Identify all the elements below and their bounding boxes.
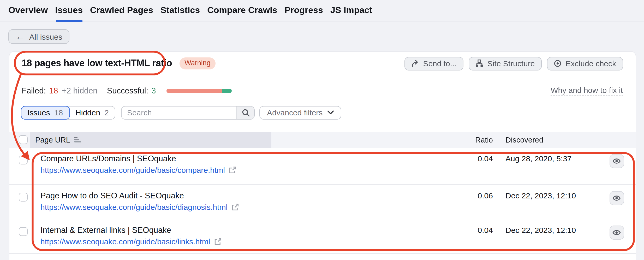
ratio-header-label: Ratio: [475, 135, 493, 144]
select-all-checkbox[interactable]: [19, 135, 27, 144]
search-button[interactable]: [237, 106, 254, 119]
back-button-label: All issues: [29, 32, 62, 41]
nav-tab-compare-crawls[interactable]: Compare Crawls: [207, 0, 277, 21]
nav-tab-statistics[interactable]: Statistics: [160, 0, 200, 21]
ratio-value: 0.04: [437, 226, 493, 234]
eye-icon: [612, 156, 621, 165]
send-icon: [411, 60, 419, 67]
warning-badge: Warning: [179, 58, 216, 69]
nav-tab-crawled-pages[interactable]: Crawled Pages: [90, 0, 153, 21]
send-to-button[interactable]: Send to...: [404, 57, 463, 70]
row-checkbox[interactable]: [19, 227, 27, 236]
page-url-link[interactable]: https://www.seoquake.com/guide/basic/com…: [40, 164, 463, 176]
table-header: Page URL Ratio Discovered: [9, 132, 635, 147]
column-header-discovered[interactable]: Discovered: [505, 132, 543, 147]
page-title: Page How to do SEO Audit - SEOquake: [40, 190, 463, 202]
failed-successful-bar: [166, 89, 231, 93]
back-arrow-icon: ←: [16, 32, 25, 41]
page-title: Internal & External links | SEOquake: [40, 224, 463, 236]
tab-issues-label: Issues: [27, 108, 50, 117]
failed-count: 18: [49, 86, 58, 96]
successful-label: Successful:: [107, 86, 148, 96]
search-input[interactable]: [122, 106, 237, 119]
filter-toolbar: Issues 18 Hidden 2 Advanced filt: [21, 106, 623, 119]
issue-card-header: 18 pages have low text-HTML ratio Warnin…: [9, 51, 635, 76]
page-url-text[interactable]: https://www.seoquake.com/guide/basic/dia…: [40, 202, 228, 213]
successful-bar-segment: [222, 89, 232, 93]
hidden-note: +2 hidden: [62, 86, 98, 96]
top-nav: OverviewIssuesCrawled PagesStatisticsCom…: [0, 0, 644, 21]
failed-bar-segment: [166, 89, 222, 93]
discovered-header-label: Discovered: [505, 135, 543, 144]
successful-count: 3: [151, 86, 156, 96]
send-to-label: Send to...: [423, 59, 456, 68]
issue-stats: Failed: 18 +2 hidden Successful: 3 Why a…: [9, 76, 635, 106]
search-icon: [242, 108, 250, 117]
page-cell: Compare URLs/Domains | SEOquake https://…: [40, 153, 463, 176]
search-group: [121, 106, 255, 119]
tab-issues-count: 18: [54, 108, 63, 117]
eye-icon: [612, 194, 621, 203]
issues-hidden-toggle: Issues 18 Hidden 2: [21, 106, 116, 119]
table-body: Compare URLs/Domains | SEOquake https://…: [9, 147, 635, 254]
tab-hidden[interactable]: Hidden 2: [69, 106, 115, 119]
issue-actions: Send to... Site Structure: [404, 57, 623, 70]
table-row: Internal & External links | SEOquake htt…: [9, 219, 635, 254]
chevron-down-icon: [327, 110, 334, 115]
nav-tab-issues[interactable]: Issues: [55, 0, 83, 21]
advanced-filters-button[interactable]: Advanced filters: [260, 106, 341, 119]
site-structure-icon: [475, 60, 483, 67]
page-cell: Internal & External links | SEOquake htt…: [40, 224, 463, 247]
discovered-value: Aug 28, 2020, 5:37: [505, 154, 572, 163]
table-row: Page How to do SEO Audit - SEOquake http…: [9, 185, 635, 219]
row-checkbox[interactable]: [19, 155, 27, 164]
nav-tab-progress[interactable]: Progress: [285, 0, 323, 21]
tab-hidden-count: 2: [104, 108, 109, 117]
external-link-icon: [214, 238, 221, 245]
nav-tab-overview[interactable]: Overview: [8, 0, 48, 21]
eye-icon: [612, 228, 621, 237]
hide-row-button[interactable]: [609, 226, 624, 240]
page-url-link[interactable]: https://www.seoquake.com/guide/basic/dia…: [40, 202, 463, 213]
tab-hidden-label: Hidden: [75, 108, 100, 117]
row-checkbox[interactable]: [19, 193, 27, 202]
failed-label: Failed:: [22, 86, 46, 96]
page-url-link[interactable]: https://www.seoquake.com/guide/basic/lin…: [40, 236, 463, 247]
site-structure-button[interactable]: Site Structure: [469, 57, 542, 70]
page-title: Compare URLs/Domains | SEOquake: [40, 153, 463, 164]
table-row: Compare URLs/Domains | SEOquake https://…: [9, 147, 635, 185]
page-url-header-label: Page URL: [35, 135, 70, 144]
nav-tab-js-impact[interactable]: JS Impact: [330, 0, 372, 21]
sort-icon: [74, 136, 82, 143]
page-url-text[interactable]: https://www.seoquake.com/guide/basic/lin…: [40, 236, 210, 247]
site-structure-label: Site Structure: [487, 59, 535, 68]
issue-title: 18 pages have low text-HTML ratio: [22, 58, 172, 69]
hide-row-button[interactable]: [609, 154, 624, 168]
exclude-icon: [554, 60, 562, 67]
all-issues-back-button[interactable]: ← All issues: [8, 29, 70, 44]
exclude-check-button[interactable]: Exclude check: [547, 57, 623, 70]
page-root: OverviewIssuesCrawled PagesStatisticsCom…: [0, 0, 644, 260]
external-link-icon: [231, 204, 238, 211]
tab-issues[interactable]: Issues 18: [21, 106, 70, 119]
column-header-ratio[interactable]: Ratio: [437, 132, 493, 147]
discovered-value: Dec 22, 2023, 12:10: [505, 226, 576, 234]
hide-row-button[interactable]: [609, 191, 624, 205]
exclude-check-label: Exclude check: [566, 59, 616, 68]
why-how-to-fix-link[interactable]: Why and how to fix it: [551, 86, 623, 96]
discovered-value: Dec 22, 2023, 12:10: [505, 191, 576, 200]
table-row-partial: [9, 254, 635, 260]
ratio-value: 0.04: [437, 154, 493, 163]
page-cell: Page How to do SEO Audit - SEOquake http…: [40, 190, 463, 213]
advanced-filters-label: Advanced filters: [267, 108, 323, 117]
issue-card: 18 pages have low text-HTML ratio Warnin…: [9, 51, 636, 260]
nav-tabs: OverviewIssuesCrawled PagesStatisticsCom…: [0, 0, 644, 21]
page-url-text[interactable]: https://www.seoquake.com/guide/basic/com…: [40, 164, 225, 176]
ratio-value: 0.06: [437, 191, 493, 200]
column-header-page-url[interactable]: Page URL: [30, 132, 271, 147]
external-link-icon: [229, 166, 236, 174]
